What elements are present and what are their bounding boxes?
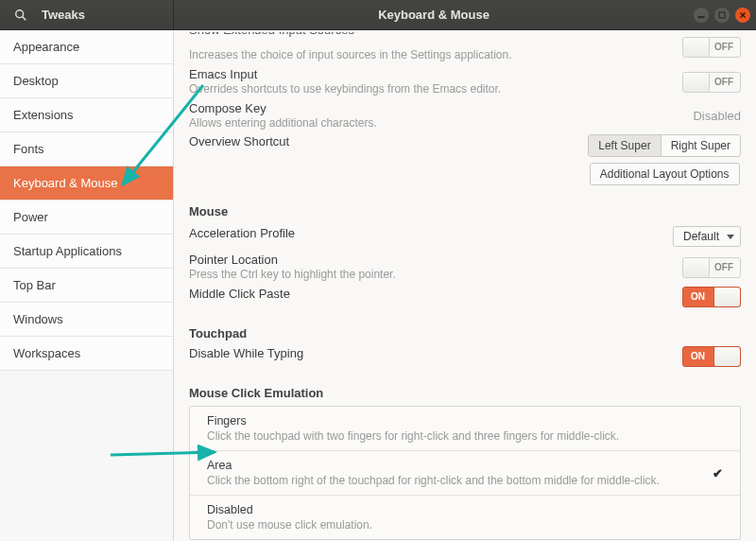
emulation-option-fingers[interactable]: Fingers Click the touchpad with two fing… bbox=[190, 407, 740, 451]
sidebar-item-label: Top Bar bbox=[13, 278, 56, 292]
extended-sources-label: Show Extended Input Sources bbox=[189, 32, 671, 37]
switch-state-label: OFF bbox=[714, 77, 733, 87]
titlebar-left: Tweaks bbox=[0, 0, 174, 29]
row-acceleration-profile: Acceleration Profile Default bbox=[189, 222, 741, 251]
chevron-down-icon bbox=[727, 235, 734, 239]
compose-label: Compose Key bbox=[189, 101, 681, 115]
titlebar: Tweaks Keyboard & Mouse bbox=[0, 0, 756, 30]
emacs-label: Emacs Input bbox=[189, 67, 671, 81]
emulation-option-disabled[interactable]: Disabled Don't use mouse click emulation… bbox=[190, 496, 740, 539]
sidebar-item-top-bar[interactable]: Top Bar bbox=[0, 269, 173, 303]
sidebar-item-workspaces[interactable]: Workspaces bbox=[0, 337, 173, 371]
close-button[interactable] bbox=[735, 8, 750, 23]
pointer-loc-label: Pointer Location bbox=[189, 253, 671, 267]
sidebar-item-label: Extensions bbox=[13, 108, 74, 122]
accel-label: Acceleration Profile bbox=[189, 226, 662, 240]
middle-click-switch[interactable]: ON bbox=[682, 287, 741, 307]
page-title: Keyboard & Mouse bbox=[174, 0, 694, 29]
sidebar-item-label: Power bbox=[13, 210, 48, 224]
row-overview-shortcut: Overview Shortcut Left Super Right Super… bbox=[189, 132, 741, 187]
overview-label: Overview Shortcut bbox=[189, 134, 576, 148]
search-icon bbox=[14, 9, 27, 22]
mouse-click-emulation-list: Fingers Click the touchpad with two fing… bbox=[189, 406, 741, 540]
row-pointer-location: Pointer Location Press the Ctrl key to h… bbox=[189, 251, 741, 285]
disable-typing-switch[interactable]: ON bbox=[682, 346, 741, 367]
sidebar-item-label: Desktop bbox=[13, 74, 59, 88]
sidebar-item-label: Fonts bbox=[13, 142, 44, 156]
middle-click-label: Middle Click Paste bbox=[189, 287, 671, 301]
sidebar-item-power[interactable]: Power bbox=[0, 201, 173, 235]
app-title: Tweaks bbox=[42, 8, 85, 22]
maximize-button[interactable] bbox=[714, 8, 730, 23]
window-controls bbox=[694, 0, 756, 29]
touchpad-heading: Touchpad bbox=[189, 326, 741, 340]
sidebar-item-label: Windows bbox=[13, 312, 63, 326]
accel-profile-dropdown[interactable]: Default bbox=[673, 226, 741, 247]
svg-rect-2 bbox=[698, 16, 704, 17]
switch-state-label: OFF bbox=[714, 262, 733, 272]
sidebar-item-label: Workspaces bbox=[13, 346, 80, 360]
row-emacs-input: Emacs Input Overrides shortcuts to use k… bbox=[189, 65, 741, 99]
svg-rect-3 bbox=[719, 12, 725, 18]
switch-state-label: OFF bbox=[714, 42, 733, 52]
sidebar-item-startup-applications[interactable]: Startup Applications bbox=[0, 235, 173, 269]
emulation-title: Area bbox=[207, 459, 703, 472]
disable-typing-label: Disable While Typing bbox=[189, 346, 671, 360]
sidebar-item-appearance[interactable]: Appearance bbox=[0, 30, 173, 64]
content-pane: Show Extended Input Sources Increases th… bbox=[174, 30, 756, 541]
sidebar-item-label: Keyboard & Mouse bbox=[13, 176, 118, 190]
main: Appearance Desktop Extensions Fonts Keyb… bbox=[0, 30, 756, 541]
dropdown-value: Default bbox=[683, 230, 719, 243]
sidebar-item-label: Appearance bbox=[13, 40, 79, 54]
svg-point-0 bbox=[16, 9, 24, 17]
sidebar-item-windows[interactable]: Windows bbox=[0, 303, 173, 337]
emulation-sub: Click the touchpad with two fingers for … bbox=[207, 429, 723, 443]
svg-line-1 bbox=[23, 16, 26, 20]
extended-sources-switch[interactable]: OFF bbox=[682, 37, 741, 58]
segment-right-super[interactable]: Right Super bbox=[662, 135, 740, 156]
mouse-click-emulation-heading: Mouse Click Emulation bbox=[189, 386, 741, 400]
sidebar: Appearance Desktop Extensions Fonts Keyb… bbox=[0, 30, 174, 541]
sidebar-item-label: Startup Applications bbox=[13, 244, 122, 258]
row-middle-click-paste: Middle Click Paste ON bbox=[189, 285, 741, 309]
check-icon: ✔ bbox=[713, 466, 723, 480]
compose-value[interactable]: Disabled bbox=[693, 109, 741, 123]
pointer-loc-sub: Press the Ctrl key to highlight the poin… bbox=[189, 267, 671, 283]
additional-layout-options-button[interactable]: Additional Layout Options bbox=[590, 163, 740, 185]
sidebar-item-keyboard-mouse[interactable]: Keyboard & Mouse bbox=[0, 166, 173, 201]
emulation-title: Fingers bbox=[207, 414, 723, 428]
switch-state-label: ON bbox=[691, 291, 705, 302]
emacs-sub: Overrides shortcuts to use keybindings f… bbox=[189, 81, 671, 97]
row-extended-input-sources: Show Extended Input Sources Increases th… bbox=[189, 30, 741, 65]
search-button[interactable] bbox=[8, 4, 34, 26]
row-compose-key: Compose Key Allows entering additional c… bbox=[189, 99, 741, 133]
emulation-option-area[interactable]: Area Click the bottom right of the touch… bbox=[190, 451, 740, 496]
emulation-sub: Click the bottom right of the touchpad f… bbox=[207, 474, 703, 487]
emacs-switch[interactable]: OFF bbox=[682, 72, 741, 93]
emulation-title: Disabled bbox=[207, 503, 723, 516]
emulation-sub: Don't use mouse click emulation. bbox=[207, 518, 723, 532]
switch-state-label: ON bbox=[691, 351, 705, 361]
pointer-location-switch[interactable]: OFF bbox=[682, 257, 741, 278]
sidebar-item-desktop[interactable]: Desktop bbox=[0, 64, 173, 98]
segment-left-super[interactable]: Left Super bbox=[589, 135, 661, 156]
compose-sub: Allows entering additional characters. bbox=[189, 115, 681, 131]
row-disable-while-typing: Disable While Typing ON bbox=[189, 344, 741, 369]
mouse-heading: Mouse bbox=[189, 204, 741, 218]
sidebar-item-fonts[interactable]: Fonts bbox=[0, 132, 173, 166]
extended-sources-sub: Increases the choice of input sources in… bbox=[189, 47, 671, 63]
minimize-button[interactable] bbox=[694, 8, 709, 23]
sidebar-item-extensions[interactable]: Extensions bbox=[0, 98, 173, 132]
overview-shortcut-segmented: Left Super Right Super bbox=[588, 134, 741, 157]
